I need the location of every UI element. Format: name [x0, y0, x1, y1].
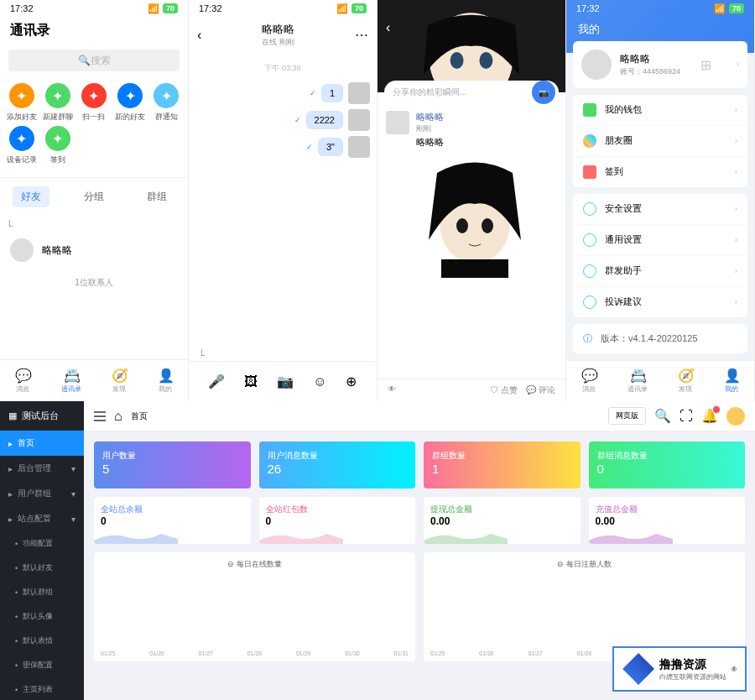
tabbar-消息[interactable]: 💬消息 [581, 368, 596, 394]
comment-button[interactable]: 💬 评论 [526, 384, 555, 396]
message-bubble[interactable]: 2222 [306, 111, 343, 129]
nav-item[interactable]: ▸站点配置▾ [0, 506, 84, 531]
tabbar-通讯录[interactable]: 📇通讯录 [627, 368, 648, 394]
tabbar-消息[interactable]: 💬消息 [15, 368, 30, 394]
chevron-right-icon: › [737, 60, 739, 69]
moments-hero: ‹ [378, 0, 565, 92]
svg-point-7 [482, 218, 493, 233]
message-bubble[interactable]: 3" [318, 138, 343, 156]
status-bar: 17:32 📶70 [566, 0, 754, 17]
post-image[interactable] [416, 152, 534, 278]
nav-item[interactable]: ▸用户群组▾ [0, 481, 84, 506]
version-info: ⓘ 版本：v4.1.4-20220125 [573, 324, 747, 353]
menu-item[interactable]: 群发助手› [573, 256, 747, 287]
menu-item[interactable]: 投诉建议› [573, 287, 747, 317]
message-row: ✓1 [195, 82, 370, 104]
avatar [348, 82, 370, 104]
tabbar-通讯录[interactable]: 📇通讯录 [61, 368, 81, 394]
admin-logo: ▦测试后台 [0, 401, 84, 431]
contact-row[interactable]: 略略略 [0, 232, 188, 269]
action-添加好友[interactable]: ✦添加好友 [5, 83, 38, 123]
info-icon: ⓘ [583, 332, 592, 345]
page-title: 我的 [578, 22, 600, 37]
action-扫一扫[interactable]: ✦扫一扫 [77, 83, 110, 123]
menu-item[interactable]: 我的钱包› [573, 95, 747, 126]
message-row: ✓3" [195, 136, 370, 158]
avatar [581, 50, 612, 80]
qrcode-icon[interactable]: ⊞ [700, 57, 716, 72]
menu-item[interactable]: 通用设置› [573, 225, 747, 256]
stat-card: 群组消息数量0 [589, 441, 746, 488]
tabbar-发现[interactable]: 🧭发现 [678, 368, 693, 394]
menu-toggle-icon[interactable] [94, 411, 106, 421]
chat-name: 略略略 [201, 22, 355, 37]
watermark: 撸撸资源 白嫖互联网资源的网站 ® [612, 646, 747, 692]
menu-item[interactable]: 安全设置› [573, 194, 747, 225]
image-icon[interactable]: 🖼 [244, 374, 258, 389]
chart-card: ⊖ 每日在线数量01/2501/2601/2701/2801/2901/3001… [94, 552, 415, 661]
tabbar-我的[interactable]: 👤我的 [724, 368, 739, 394]
svg-point-3 [479, 52, 492, 69]
action-新建群聊[interactable]: ✦新建群聊 [41, 83, 74, 123]
letter: L [189, 345, 377, 361]
like-button[interactable]: ♡ 点赞 [490, 384, 518, 396]
chat-input-bar: 🎤 🖼 📷 ☺ ⊕ [189, 361, 377, 401]
subnav-item[interactable]: •默认群组 [0, 580, 84, 604]
chat-timestamp: 下午 03:38 [195, 60, 370, 77]
section-letter: L [0, 216, 188, 232]
avatar [348, 109, 370, 131]
action-签到[interactable]: ✦签到 [41, 126, 74, 165]
tab-分组[interactable]: 分组 [76, 186, 112, 207]
avatar [10, 238, 34, 262]
tab-群组[interactable]: 群组 [138, 186, 175, 207]
menu-item[interactable]: 朋友圈› [573, 126, 747, 157]
avatar [348, 136, 370, 158]
subnav-item[interactable]: •密保配置 [0, 653, 84, 677]
subnav-item[interactable]: •主页列表 [0, 677, 84, 700]
visibility-icon[interactable]: 👁 [388, 384, 396, 396]
subnav-item[interactable]: •默认头像 [0, 604, 84, 629]
post-text: 略略略 [416, 136, 557, 149]
home-icon[interactable]: ⌂ [114, 409, 122, 424]
menu-item[interactable]: 签到› [573, 157, 747, 187]
tabbar-我的[interactable]: 👤我的 [158, 368, 173, 394]
action-设备记录[interactable]: ✦设备记录 [5, 126, 38, 165]
subnav-item[interactable]: •功能配置 [0, 531, 84, 556]
action-群通知[interactable]: ✦群通知 [150, 83, 183, 123]
view-mode-select[interactable]: 网页版 [608, 407, 646, 425]
post-author[interactable]: 略略略 [416, 111, 557, 123]
search-input[interactable]: 🔍 搜索 [8, 50, 180, 71]
chart-card: ⊖ 每日注册人数01/2501/2601/2701/2801/2901/3001… [424, 552, 745, 661]
stat-card: 群组数量1 [424, 441, 581, 488]
subnav-item[interactable]: •默认好友 [0, 556, 84, 580]
metric-card: 充值总金额0.00 [589, 497, 746, 544]
tab-好友[interactable]: 好友 [13, 186, 49, 207]
user-avatar[interactable] [726, 407, 745, 426]
svg-point-6 [456, 218, 468, 233]
back-icon[interactable]: ‹ [386, 20, 390, 35]
tabbar-发现[interactable]: 🧭发现 [112, 368, 127, 394]
nav-item[interactable]: ▸首页 [0, 431, 84, 456]
svg-point-2 [450, 52, 464, 69]
action-新的好友[interactable]: ✦新的好友 [114, 83, 147, 123]
more-icon[interactable]: ⋯ [355, 27, 368, 43]
post-avatar[interactable] [386, 111, 409, 134]
plus-icon[interactable]: ⊕ [346, 374, 357, 389]
breadcrumb[interactable]: 首页 [131, 410, 148, 422]
notification-icon[interactable]: 🔔 [701, 408, 718, 424]
emoji-icon[interactable]: ☺ [313, 374, 326, 389]
camera-button[interactable]: 📷 [532, 81, 555, 104]
nav-item[interactable]: ▸后台管理▾ [0, 456, 84, 481]
subnav-item[interactable]: •默认表情 [0, 629, 84, 653]
chat-status: 在线 刚刚 [201, 37, 355, 48]
message-bubble[interactable]: 1 [321, 84, 343, 102]
search-icon[interactable]: 🔍 [654, 408, 671, 424]
status-bar: 17:32 📶70 [0, 0, 188, 17]
profile-card[interactable]: 略略略 账号：444586924 ⊞ › [573, 41, 747, 88]
share-input[interactable]: 分享你的精彩瞬间... 📷 [384, 81, 559, 104]
mic-icon[interactable]: 🎤 [208, 374, 225, 389]
camera-icon[interactable]: 📷 [277, 374, 294, 389]
stat-card: 用户数量5 [94, 441, 251, 488]
fullscreen-icon[interactable]: ⛶ [680, 409, 693, 424]
svg-rect-8 [441, 259, 508, 278]
